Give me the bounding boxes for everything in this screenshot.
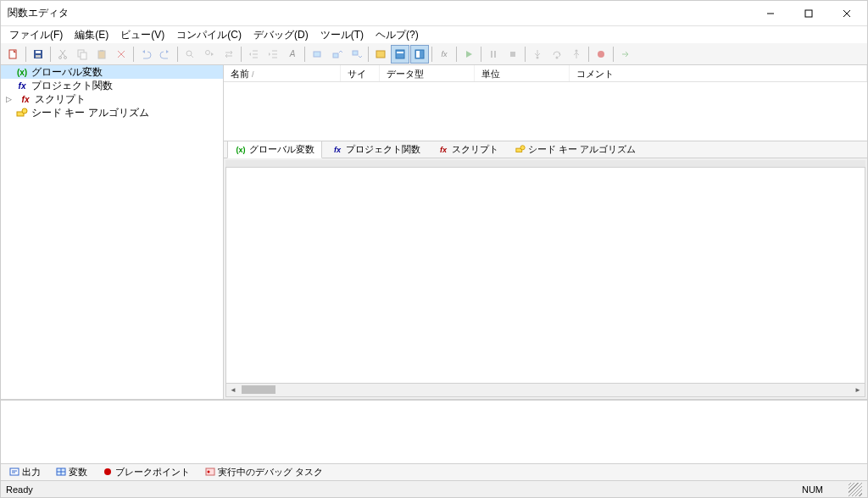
- tab-output[interactable]: 出力: [4, 464, 46, 480]
- svg-rect-8: [81, 53, 86, 59]
- seed-icon: [515, 144, 526, 156]
- tree-label: グローバル変数: [31, 65, 103, 80]
- svg-point-5: [59, 56, 62, 58]
- scroll-track[interactable]: [240, 384, 851, 396]
- scroll-thumb[interactable]: [242, 385, 275, 394]
- var-icon: (x): [235, 144, 247, 156]
- separator: [177, 47, 178, 62]
- editor-area: ◄ ►: [224, 158, 867, 399]
- new-icon[interactable]: [4, 45, 23, 64]
- resize-grip-icon[interactable]: [849, 483, 862, 496]
- task-icon: [205, 467, 215, 479]
- editor-header: [225, 160, 865, 167]
- compile-icon[interactable]: [371, 45, 390, 64]
- svg-point-12: [206, 50, 210, 54]
- view1-icon[interactable]: [391, 45, 409, 64]
- svg-rect-21: [491, 51, 492, 58]
- menu-debug[interactable]: デバッグ(D): [248, 26, 314, 44]
- svg-rect-17: [396, 50, 404, 58]
- menu-compile[interactable]: コンパイル(C): [171, 26, 247, 44]
- tree-item-seed-key[interactable]: シード キー アルゴリズム: [1, 106, 223, 119]
- tree-label: プロジェクト関数: [31, 79, 113, 93]
- tab-variables[interactable]: 変数: [51, 464, 92, 480]
- tree-panel: (x) グローバル変数 fx プロジェクト関数 ▷ fx スクリプト シード キ…: [1, 65, 224, 399]
- grid-body[interactable]: [224, 82, 867, 141]
- copy-icon: [73, 45, 92, 64]
- separator: [25, 47, 26, 62]
- separator: [304, 47, 305, 62]
- svg-rect-4: [36, 55, 41, 58]
- svg-point-31: [520, 145, 525, 149]
- script-icon: fx: [437, 144, 449, 156]
- grid-header: 名前 / サイズ データ型 単位 コメント: [224, 65, 867, 82]
- maximize-button[interactable]: [789, 2, 827, 25]
- col-name[interactable]: 名前 /: [224, 65, 341, 81]
- tab-breakpoints[interactable]: ブレークポイント: [97, 464, 195, 480]
- bottom-tabs: 出力 変数 ブレークポイント 実行中のデバッグ タスク: [1, 463, 867, 480]
- svg-rect-32: [10, 468, 19, 475]
- output-panel: 出力 変数 ブレークポイント 実行中のデバッグ タスク: [1, 399, 867, 480]
- tree-label: シード キー アルゴリズム: [31, 106, 149, 120]
- col-comment[interactable]: コメント: [570, 65, 867, 81]
- separator: [588, 47, 589, 62]
- tab-seed-key[interactable]: シード キー アルゴリズム: [508, 141, 643, 158]
- redo-icon: [156, 45, 175, 64]
- horizontal-scrollbar[interactable]: ◄ ►: [225, 384, 865, 397]
- fn-icon: fx: [331, 144, 343, 156]
- svg-point-24: [537, 56, 539, 58]
- svg-rect-23: [510, 52, 515, 57]
- output-content[interactable]: [1, 401, 867, 463]
- tree-label: スクリプト: [35, 92, 86, 107]
- tab-debug-tasks[interactable]: 実行中のデバッグ タスク: [200, 464, 328, 480]
- menu-view[interactable]: ビュー(V): [115, 26, 170, 44]
- svg-point-27: [598, 51, 604, 58]
- separator: [525, 47, 526, 62]
- output-icon: [9, 467, 19, 479]
- view2-icon[interactable]: [410, 45, 429, 64]
- continue-icon: [616, 45, 635, 64]
- status-ready: Ready: [6, 484, 802, 495]
- app-window: 関数エディタ ファイル(F) 編集(E) ビュー(V) コンパイル(C) デバッ…: [0, 0, 868, 498]
- script-icon: fx: [19, 93, 31, 105]
- outdent-icon: [244, 45, 263, 64]
- expand-icon[interactable]: ▷: [6, 95, 16, 103]
- tree-item-project-fn[interactable]: fx プロジェクト関数: [1, 79, 223, 92]
- minimize-button[interactable]: [751, 2, 789, 25]
- tree-item-global-vars[interactable]: (x) グローバル変数: [1, 65, 223, 79]
- svg-rect-14: [333, 53, 338, 58]
- statusbar: Ready NUM: [1, 480, 867, 497]
- col-type[interactable]: データ型: [380, 65, 475, 81]
- menu-tools[interactable]: ツール(T): [315, 26, 369, 44]
- svg-rect-0: [805, 10, 812, 17]
- tab-project-fn[interactable]: fx プロジェクト関数: [324, 141, 428, 158]
- menu-file[interactable]: ファイル(F): [4, 26, 68, 44]
- menubar: ファイル(F) 編集(E) ビュー(V) コンパイル(C) デバッグ(D) ツー…: [1, 26, 867, 43]
- save-icon[interactable]: [29, 45, 47, 64]
- code-editor[interactable]: [225, 167, 865, 384]
- scroll-right-icon[interactable]: ►: [851, 384, 865, 396]
- seed-icon: [16, 107, 28, 119]
- undo-icon: [136, 45, 155, 64]
- step-out-icon: [567, 45, 586, 64]
- tab-global-vars[interactable]: (x) グローバル変数: [227, 141, 322, 158]
- svg-point-36: [208, 470, 210, 473]
- svg-point-34: [104, 468, 111, 475]
- svg-rect-15: [353, 51, 358, 55]
- col-unit[interactable]: 単位: [475, 65, 570, 81]
- status-num: NUM: [802, 484, 823, 495]
- svg-rect-22: [494, 51, 496, 58]
- svg-point-6: [64, 56, 67, 58]
- menu-help[interactable]: ヘルプ(?): [370, 26, 424, 44]
- col-size[interactable]: サイズ: [341, 65, 380, 81]
- svg-rect-3: [36, 51, 41, 53]
- menu-edit[interactable]: 編集(E): [70, 26, 114, 44]
- close-button[interactable]: [827, 2, 865, 25]
- tab-script[interactable]: fx スクリプト: [430, 141, 506, 158]
- scroll-left-icon[interactable]: ◄: [226, 384, 240, 396]
- category-tabs: (x) グローバル変数 fx プロジェクト関数 fx スクリプト シード キー …: [224, 141, 867, 158]
- window-title: 関数エディタ: [8, 6, 751, 20]
- breakpoint-icon: [592, 45, 610, 64]
- tree-item-script[interactable]: ▷ fx スクリプト: [1, 92, 223, 106]
- svg-rect-9: [98, 51, 105, 58]
- step-over-icon: [548, 45, 566, 64]
